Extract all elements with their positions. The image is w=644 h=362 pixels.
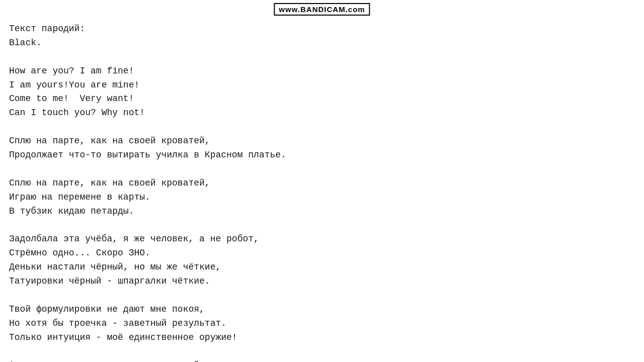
- blank-line: [9, 289, 635, 303]
- lyrics-line: Стрёмно одно... Скоро ЗНО.: [9, 246, 635, 260]
- watermark-text: www.BANDICAM.com: [279, 5, 365, 14]
- lyrics-line: Come to me! Very want!: [9, 92, 635, 106]
- lyrics-line: Продолжает что-то вытирать училка в Крас…: [9, 148, 635, 162]
- blank-line: [9, 218, 635, 232]
- blank-line: [9, 120, 635, 134]
- lyrics-line: Татуировки чёрный - шпаргалки чёткие.: [9, 275, 635, 289]
- lyrics-line: Играю на перемене в карты.: [9, 191, 635, 205]
- blank-line: [9, 50, 635, 64]
- lyrics-line: А после сплю на парте, как на своей кров…: [9, 358, 635, 362]
- blank-line: [9, 162, 635, 176]
- lyrics-line: В тубзик кидаю петарды.: [9, 205, 635, 219]
- lyrics-line: Задолбала эта учёба, я же человек, а не …: [9, 232, 635, 246]
- lyrics-content: Текст пародий:Black.How are you? I am fi…: [0, 18, 644, 362]
- lyrics-line: Текст пародий:: [9, 22, 635, 36]
- blank-line: [9, 344, 635, 358]
- lyrics-line: Деньки настали чёрный, но мы же чёткие,: [9, 260, 635, 275]
- lyrics-line: Но хотя бы троечка - заветный результат.: [9, 317, 635, 331]
- lyrics-line: Твой формулировки не дают мне покоя,: [9, 303, 635, 317]
- watermark-banner: www.BANDICAM.com: [274, 3, 370, 16]
- lyrics-line: Сплю на парте, как на своей кроватей,: [9, 176, 635, 191]
- lyrics-line: Только интуиция - моё единственное оружи…: [9, 331, 635, 345]
- lyrics-line: Can I touch you? Why not!: [9, 106, 635, 120]
- lyrics-line: How are you? I am fine!: [9, 64, 635, 78]
- lyrics-line: Сплю на парте, как на своей кроватей,: [9, 134, 635, 148]
- lyrics-line: Black.: [9, 36, 635, 50]
- lyrics-line: I am yours!You are mine!: [9, 78, 635, 93]
